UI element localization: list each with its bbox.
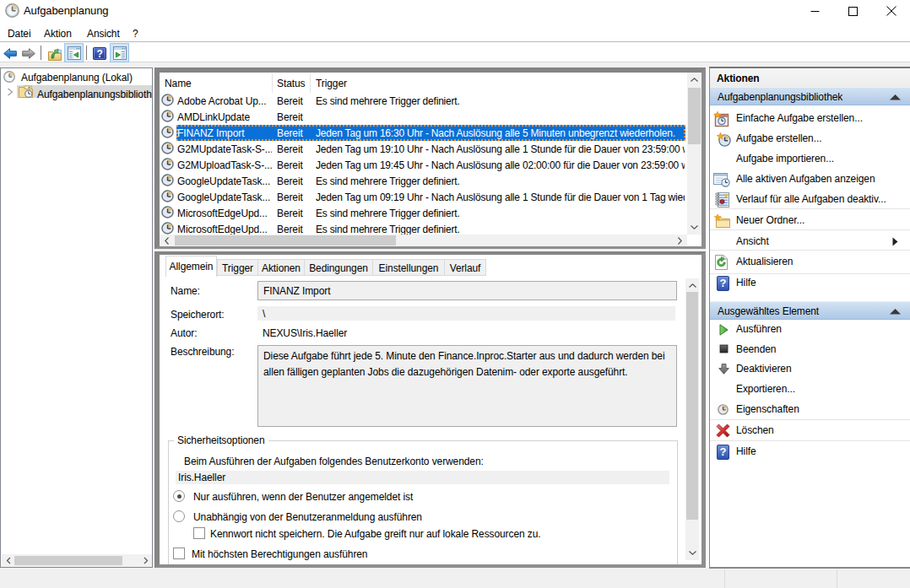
- svg-text:?: ?: [720, 445, 727, 458]
- svg-text:?: ?: [96, 48, 102, 60]
- svg-text:?: ?: [720, 277, 727, 289]
